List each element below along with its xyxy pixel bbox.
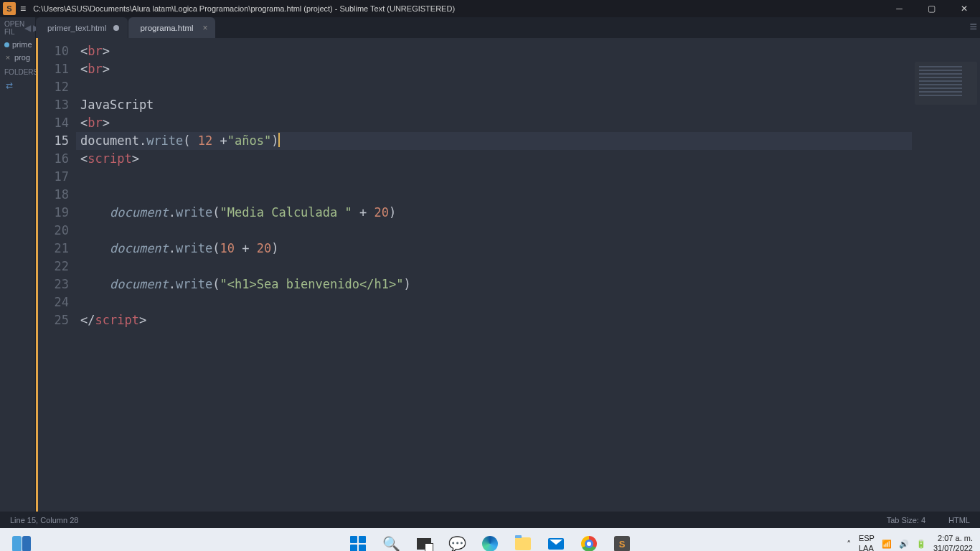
line-number: 23 bbox=[42, 276, 69, 293]
code-line[interactable]: <script> bbox=[76, 150, 980, 168]
task-view-icon bbox=[415, 535, 433, 551]
chat-button[interactable]: 💬 bbox=[443, 529, 471, 551]
code-line[interactable]: document.write(10 + 20) bbox=[76, 240, 980, 258]
battery-icon[interactable]: 🔋 bbox=[916, 540, 926, 549]
minimap[interactable] bbox=[912, 59, 980, 512]
code-line[interactable]: JavaScript bbox=[76, 96, 980, 114]
dirty-dot-icon bbox=[4, 42, 9, 47]
edge-button[interactable] bbox=[476, 529, 504, 551]
tab-label: programa.html bbox=[140, 24, 193, 32]
mail-button[interactable] bbox=[542, 529, 570, 551]
status-cursor-position[interactable]: Line 15, Column 28 bbox=[10, 516, 78, 524]
code-line[interactable] bbox=[76, 293, 980, 311]
main-area: OPEN FIL ◀▶ prime×prog FOLDERS ⇄ primer_… bbox=[0, 17, 980, 512]
window-titlebar: S ≡ C:\Users\ASUS\Documents\Alura latam\… bbox=[0, 0, 980, 17]
line-number: 13 bbox=[42, 96, 69, 114]
widgets-icon bbox=[12, 536, 31, 551]
volume-icon[interactable]: 🔊 bbox=[899, 540, 909, 549]
editor: primer_text.htmlprograma.html× ≡ 1011121… bbox=[36, 17, 980, 512]
close-button[interactable]: ✕ bbox=[948, 0, 980, 17]
task-view-button[interactable] bbox=[410, 529, 438, 551]
editor-tab[interactable]: primer_text.html bbox=[36, 17, 128, 38]
windows-logo-icon bbox=[350, 536, 366, 551]
code-area[interactable]: 10111213141516171819202122232425 <br><br… bbox=[36, 38, 980, 512]
folder-icon bbox=[514, 535, 532, 551]
lang-line1: ESP bbox=[859, 534, 875, 544]
start-button[interactable] bbox=[344, 529, 372, 551]
status-tab-size[interactable]: Tab Size: 4 bbox=[887, 516, 925, 524]
code-text[interactable]: <br><br> JavaScript<br>document.write( 1… bbox=[76, 38, 980, 512]
sidebar-open-file[interactable]: ×prog bbox=[0, 51, 35, 64]
line-number: 11 bbox=[42, 60, 69, 78]
editor-tab[interactable]: programa.html× bbox=[128, 17, 215, 38]
edge-icon bbox=[481, 535, 499, 551]
wifi-icon[interactable]: 📶 bbox=[882, 540, 892, 549]
language-indicator[interactable]: ESP LAA bbox=[859, 534, 875, 551]
line-number: 10 bbox=[42, 42, 69, 60]
text-cursor bbox=[278, 133, 280, 147]
search-button[interactable]: 🔍 bbox=[377, 529, 405, 551]
code-line[interactable]: document.write( 12 +"años") bbox=[76, 132, 980, 150]
line-number: 16 bbox=[42, 150, 69, 168]
window-title: C:\Users\ASUS\Documents\Alura latam\Logi… bbox=[33, 4, 883, 13]
windows-taskbar: 🔍 💬 S ˄ ESP LAA 📶 🔊 🔋 2:07 a. m. 31/07/2… bbox=[0, 528, 980, 551]
code-line[interactable] bbox=[76, 258, 980, 276]
line-number: 21 bbox=[42, 240, 69, 258]
sidebar-file-label: prime bbox=[12, 40, 32, 49]
code-line[interactable] bbox=[76, 78, 980, 96]
code-line[interactable]: document.write("Media Calculada " + 20) bbox=[76, 204, 980, 222]
clock-time: 2:07 a. m. bbox=[933, 534, 973, 544]
code-line[interactable]: <br> bbox=[76, 60, 980, 78]
sidebar-open-file[interactable]: prime bbox=[0, 38, 35, 51]
hamburger-menu-icon[interactable]: ≡ bbox=[20, 3, 26, 14]
tab-label: primer_text.html bbox=[47, 24, 106, 32]
line-number: 14 bbox=[42, 114, 69, 132]
status-bar: Line 15, Column 28 Tab Size: 4 HTML bbox=[0, 512, 980, 528]
lang-line2: LAA bbox=[859, 544, 875, 551]
dirty-dot-icon bbox=[113, 25, 119, 31]
code-line[interactable] bbox=[76, 168, 980, 186]
close-icon: × bbox=[4, 53, 11, 62]
line-number: 12 bbox=[42, 78, 69, 96]
sidebar-header-label: OPEN FIL bbox=[4, 20, 24, 36]
mail-icon bbox=[547, 535, 565, 551]
code-line[interactable]: <br> bbox=[76, 42, 980, 60]
code-line[interactable]: </script> bbox=[76, 311, 980, 329]
clock-date: 31/07/2022 bbox=[933, 544, 973, 551]
line-number: 17 bbox=[42, 168, 69, 186]
widgets-button[interactable] bbox=[7, 529, 36, 551]
tab-bar: primer_text.htmlprograma.html× ≡ bbox=[36, 17, 980, 38]
line-number: 15 bbox=[42, 132, 69, 150]
close-icon[interactable]: × bbox=[203, 23, 208, 33]
file-explorer-button[interactable] bbox=[509, 529, 537, 551]
line-number: 24 bbox=[42, 293, 69, 311]
clock[interactable]: 2:07 a. m. 31/07/2022 bbox=[933, 534, 973, 551]
app-icon: S bbox=[3, 2, 16, 15]
sublime-icon: S bbox=[613, 535, 631, 551]
tray-chevron-icon[interactable]: ˄ bbox=[847, 539, 852, 550]
tabbar-menu-icon[interactable]: ≡ bbox=[969, 20, 977, 33]
minimize-button[interactable]: ─ bbox=[883, 0, 915, 17]
sidebar: OPEN FIL ◀▶ prime×prog FOLDERS ⇄ bbox=[0, 17, 36, 512]
sidebar-nav-left-icon[interactable]: ◀ bbox=[24, 23, 31, 33]
code-line[interactable]: document.write("<h1>Sea bienvenido</h1>"… bbox=[76, 276, 980, 293]
search-icon: 🔍 bbox=[382, 535, 400, 551]
line-number: 19 bbox=[42, 204, 69, 222]
line-number: 25 bbox=[42, 311, 69, 329]
maximize-button[interactable]: ▢ bbox=[915, 0, 948, 17]
status-file-type[interactable]: HTML bbox=[948, 516, 970, 524]
line-number-gutter: 10111213141516171819202122232425 bbox=[36, 38, 76, 512]
line-number: 20 bbox=[42, 222, 69, 240]
chrome-button[interactable] bbox=[575, 529, 603, 551]
sidebar-folders-header: FOLDERS bbox=[0, 64, 35, 77]
sidebar-file-label: prog bbox=[14, 53, 30, 62]
chat-icon: 💬 bbox=[448, 535, 466, 551]
code-line[interactable]: <br> bbox=[76, 114, 980, 132]
code-line[interactable] bbox=[76, 186, 980, 204]
sublime-button[interactable]: S bbox=[608, 529, 636, 551]
line-number: 22 bbox=[42, 258, 69, 276]
line-number: 18 bbox=[42, 186, 69, 204]
folder-tree-icon[interactable]: ⇄ bbox=[0, 77, 35, 93]
sidebar-open-files-header: OPEN FIL ◀▶ bbox=[0, 17, 35, 38]
code-line[interactable] bbox=[76, 222, 980, 240]
